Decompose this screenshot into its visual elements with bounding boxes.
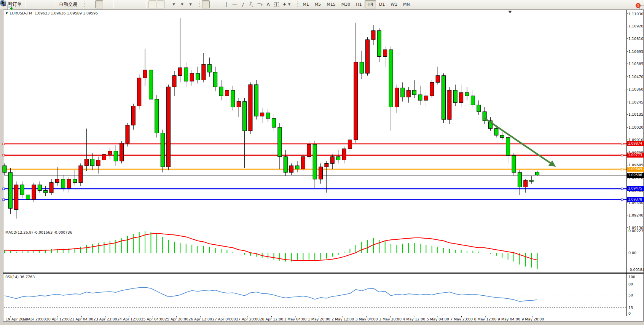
time-tick: 26 Apr 12:00 [188, 317, 212, 321]
timeframe-M30[interactable]: M30 [339, 0, 353, 8]
rsi-label: RSI(14) 36.7763 [5, 275, 35, 279]
price-tick: 1.10470 [628, 75, 643, 79]
zoom-out-button[interactable] [124, 0, 132, 8]
price-tick: 1.10585 [628, 62, 643, 66]
auto-trading-button[interactable]: 自动交易 [56, 0, 79, 8]
chart-shift-button[interactable] [157, 0, 165, 8]
vertical-line-icon: | [225, 2, 227, 7]
time-tick: 9 May 20:00 [521, 317, 544, 321]
zoom-in-button[interactable] [116, 0, 124, 8]
horizontal-line-button[interactable]: — [231, 0, 239, 8]
chart-menu-icon[interactable]: ▼ [6, 12, 8, 15]
text-label-button[interactable]: T [273, 0, 281, 8]
price-tick: 1.10245 [628, 100, 643, 104]
trendline-button[interactable]: / [239, 0, 247, 8]
timeframe-M15[interactable]: M15 [324, 0, 338, 8]
time-tick: 7 May 23:00 [450, 317, 473, 321]
text-button[interactable]: A [264, 0, 272, 8]
price-tag: 1.09773 [627, 153, 644, 158]
support-button[interactable] [36, 0, 44, 8]
time-tick: 19 Apr 20:00 [22, 317, 46, 321]
indicators-button[interactable]: ▼ [169, 0, 177, 8]
signal-button[interactable] [44, 0, 52, 8]
timeframe-D1[interactable]: D1 [376, 0, 387, 8]
time-tick: 5 May 04:00 [427, 317, 449, 321]
price-tick: 1.10135 [628, 112, 643, 116]
time-tick: 27 Apr 04:00 [212, 317, 236, 321]
vertical-line-button[interactable]: | [222, 0, 230, 8]
macd-tick: 0.00223 [628, 229, 643, 233]
auto-scroll-button[interactable] [148, 0, 156, 8]
price-tick: 1.10360 [628, 87, 643, 91]
trendline-icon: / [242, 2, 244, 7]
rsi-tick: 50 [628, 293, 633, 297]
macd-label: MACD(12,26,9) -0.001663 -0.000736 [5, 230, 72, 234]
candlestick-chart-button[interactable] [95, 0, 103, 8]
fibonacci-button[interactable]: ┄┄F [256, 0, 264, 8]
text-icon: A [266, 2, 270, 7]
shapes-icon: ✦ [282, 2, 287, 7]
channel-button[interactable]: ⫽E [247, 0, 255, 8]
time-tick: 1 May 20:00 [308, 317, 330, 321]
crosshair-button[interactable] [210, 0, 218, 8]
cursor-button[interactable] [202, 0, 210, 8]
time-tick: 24 Apr 12:00 [117, 317, 141, 321]
alert-button[interactable] [27, 0, 35, 8]
price-tag: 1.09596 [627, 173, 644, 178]
price-tick: 1.10695 [628, 49, 643, 54]
text-label-icon: T [274, 2, 279, 7]
chart-window[interactable] [3, 10, 644, 322]
time-tick: 28 Apr 12:00 [260, 317, 283, 321]
price-tick: 1.10020 [628, 125, 643, 129]
timeframe-H4[interactable]: H4 [365, 0, 376, 8]
time-tick: 1 May 04:00 [284, 317, 306, 321]
time-tick: 27 Apr 20:00 [236, 317, 260, 321]
tile-windows-button[interactable] [136, 0, 144, 8]
timeframe-W1[interactable]: W1 [388, 0, 400, 8]
time-tick: 9 May 04:00 [498, 317, 520, 321]
price-tick: 1.10810 [628, 37, 643, 41]
time-tick: 21 Apr 04:00 [70, 317, 93, 321]
time-tick: 20 Apr 12:00 [46, 317, 70, 321]
price-tag: 1.09378 [627, 197, 644, 202]
rsi-tick: 15 [628, 306, 633, 310]
new-order-button[interactable]: 新订单 [5, 0, 23, 8]
fibonacci-icon: ┄┄F [257, 2, 262, 7]
shapes-button[interactable]: ✦▼ [281, 0, 292, 8]
chart-title: ▼EURUSD-,H4 1.09623 1.09636 1.09589 1.09… [6, 11, 98, 15]
time-tick: 3 May 20:00 [379, 317, 402, 321]
timeframe-M1[interactable]: M1 [300, 0, 312, 8]
templates-button[interactable]: ▼ [186, 0, 194, 8]
timeframe-M5[interactable]: M5 [312, 0, 324, 8]
toolbar: 新订单 自动交易 ▼ ▼ ▼ | — / ⫽E ┄┄F [0, 0, 644, 9]
timeframe-MN[interactable]: MN [400, 0, 413, 8]
price-tag: 1.09649 [627, 167, 644, 172]
timeframe-H1[interactable]: H1 [353, 0, 364, 8]
time-tick: 2 May 12:00 [332, 317, 354, 321]
time-tick: 23 Apr 23:00 [94, 317, 117, 321]
rsi-tick: 80 [628, 282, 633, 286]
macd-tick: 0.00 [628, 251, 636, 255]
price-tick: 1.10920 [628, 24, 643, 28]
time-tick: 3 May 04:00 [355, 317, 378, 321]
price-tick: 1.09240 [628, 213, 643, 217]
price-tag: 1.09475 [627, 186, 644, 191]
bar-chart-button[interactable] [87, 0, 95, 8]
rsi-tick: 0 [628, 311, 631, 315]
time-tick: 25 Apr 04:00 [141, 317, 164, 321]
mt4-window: 新订单 自动交易 ▼ ▼ ▼ | — / ⫽E ┄┄F [0, 0, 644, 325]
price-tick: 1.11030 [628, 12, 643, 16]
horizontal-line-icon: — [232, 2, 237, 7]
rsi-tick: 100 [628, 275, 635, 279]
macd-tick: -0.001848 [628, 268, 644, 272]
time-tick: 8 May 12:00 [474, 317, 496, 321]
price-tag: 1.09874 [627, 141, 644, 146]
time-tick: 25 Apr 20:00 [165, 317, 188, 321]
channel-icon: ⫽E [249, 1, 253, 8]
time-tick: 4 May 12:00 [403, 317, 425, 321]
periods-button[interactable]: ▼ [177, 0, 185, 8]
line-chart-button[interactable] [104, 0, 112, 8]
notification-badge[interactable]: 1 [636, 3, 641, 8]
